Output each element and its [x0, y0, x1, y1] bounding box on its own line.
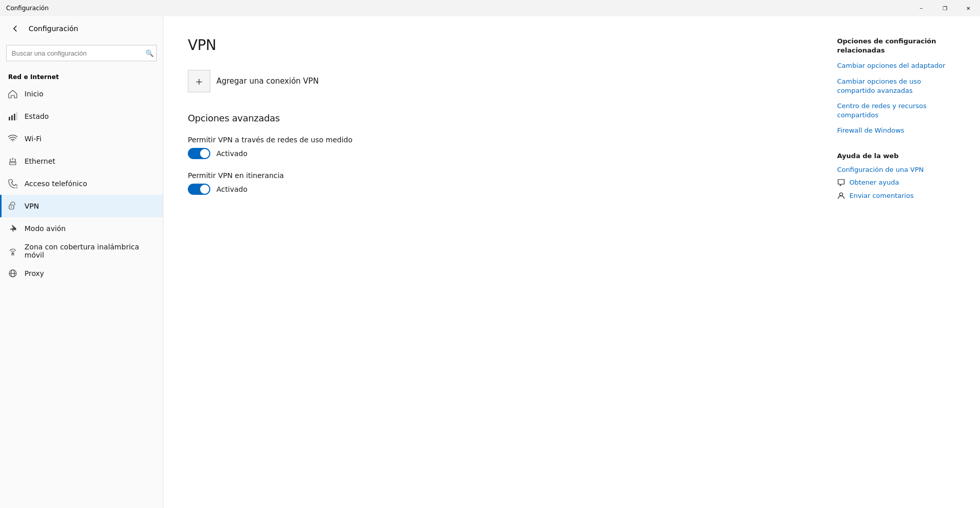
svg-rect-3 [16, 112, 17, 120]
toggle1-label: Activado [216, 149, 248, 158]
add-vpn-label: Agregar una conexión VPN [216, 77, 318, 86]
sidebar-item-wifi[interactable]: Wi-Fi [0, 128, 163, 150]
sidebar-title: Configuración [29, 24, 78, 33]
acceso-label: Acceso telefónico [24, 180, 87, 188]
app-window: Configuración 🔍 Red e Internet Inicio [0, 16, 980, 508]
sidebar-item-acceso[interactable]: Acceso telefónico [0, 172, 163, 195]
option2-description: Permitir VPN en itinerancia [188, 171, 813, 180]
minimize-button[interactable]: − [910, 0, 933, 16]
restore-button[interactable]: ❐ [933, 0, 957, 16]
toggle2-label: Activado [216, 185, 248, 193]
adapter-options-link[interactable]: Cambiar opciones del adaptador [837, 61, 955, 70]
estado-label: Estado [24, 112, 49, 120]
main-content: VPN + Agregar una conexión VPN Opciones … [163, 16, 980, 508]
back-button[interactable] [8, 21, 22, 36]
titlebar-left: Configuración [6, 5, 48, 12]
option1-description: Permitir VPN a través de redes de uso me… [188, 136, 813, 144]
hotspot-label: Zona con cobertura inalámbrica móvil [24, 243, 155, 259]
proxy-label: Proxy [24, 269, 44, 277]
search-input[interactable] [6, 45, 157, 61]
ethernet-label: Ethernet [24, 157, 55, 165]
svg-rect-0 [9, 117, 10, 120]
section-label: Red e Internet [0, 69, 163, 83]
svg-rect-1 [11, 115, 13, 120]
get-help-link[interactable]: Obtener ayuda [837, 179, 955, 187]
hotspot-icon [8, 246, 17, 256]
ethernet-icon [8, 157, 17, 166]
sidebar-item-vpn[interactable]: VPN [0, 195, 163, 217]
sidebar-header: Configuración [0, 16, 163, 41]
toggle2-row: Activado [188, 184, 813, 195]
titlebar-title: Configuración [6, 5, 48, 12]
add-vpn-button[interactable]: + Agregar una conexión VPN [188, 70, 813, 92]
svg-point-9 [11, 207, 12, 208]
titlebar-controls: − ❐ ✕ [910, 0, 980, 16]
get-help-label: Obtener ayuda [849, 179, 899, 186]
sidebar-item-estado[interactable]: Estado [0, 105, 163, 128]
vpn-label: VPN [24, 202, 39, 210]
sidebar-item-inicio[interactable]: Inicio [0, 83, 163, 105]
sidebar-item-hotspot[interactable]: Zona con cobertura inalámbrica móvil [0, 240, 163, 262]
page-title: VPN [188, 37, 813, 54]
help-title: Ayuda de la web [837, 152, 955, 160]
feedback-label: Enviar comentarios [849, 192, 914, 199]
right-panel: Opciones de configuración relacionadas C… [813, 37, 955, 488]
option2-row: Permitir VPN en itinerancia Activado [188, 171, 813, 195]
inicio-label: Inicio [24, 90, 43, 98]
airplane-icon [8, 224, 17, 233]
advanced-title: Opciones avanzadas [188, 113, 813, 123]
svg-rect-11 [12, 253, 14, 255]
vpn-icon [8, 201, 17, 211]
search-icon[interactable]: 🔍 [145, 49, 154, 57]
proxy-icon [8, 269, 17, 278]
svg-point-15 [840, 193, 843, 196]
sidebar: Configuración 🔍 Red e Internet Inicio [0, 16, 163, 508]
sidebar-item-ethernet[interactable]: Ethernet [0, 150, 163, 172]
avion-label: Modo avión [24, 224, 66, 233]
network-center-link[interactable]: Centro de redes y recursos compartidos [837, 101, 955, 120]
toggle1-row: Activado [188, 148, 813, 159]
vpn-config-link[interactable]: Configuración de una VPN [837, 166, 955, 173]
wifi-label: Wi-Fi [24, 135, 41, 143]
sidebar-item-proxy[interactable]: Proxy [0, 262, 163, 285]
phone-icon [8, 179, 17, 188]
firewall-link[interactable]: Firewall de Windows [837, 126, 955, 135]
feedback-icon [837, 192, 845, 200]
search-box: 🔍 [6, 45, 157, 61]
related-title: Opciones de configuración relacionadas [837, 37, 955, 55]
chat-icon [837, 179, 845, 187]
sharing-options-link[interactable]: Cambiar opciones de uso compartido avanz… [837, 77, 955, 95]
help-section: Ayuda de la web Configuración de una VPN… [837, 152, 955, 200]
home-icon [8, 89, 17, 98]
option1-row: Permitir VPN a través de redes de uso me… [188, 136, 813, 159]
titlebar: Configuración − ❐ ✕ [0, 0, 980, 16]
close-button[interactable]: ✕ [957, 0, 980, 16]
status-icon [8, 112, 17, 121]
sidebar-item-avion[interactable]: Modo avión [0, 217, 163, 240]
plus-icon: + [188, 70, 210, 92]
toggle1[interactable] [188, 148, 210, 159]
feedback-link[interactable]: Enviar comentarios [837, 192, 955, 200]
content-area: VPN + Agregar una conexión VPN Opciones … [188, 37, 813, 488]
toggle2[interactable] [188, 184, 210, 195]
svg-rect-2 [14, 114, 15, 120]
wifi-icon [8, 134, 17, 143]
